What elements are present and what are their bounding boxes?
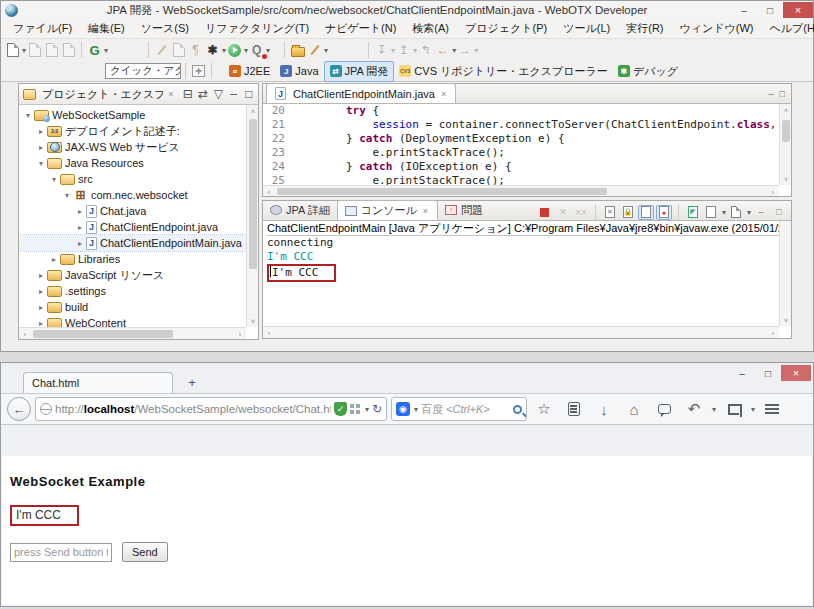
display-console-dropdown[interactable]: ▾ [722,208,726,217]
tree-item[interactable]: ▸JavaScript リソース [19,267,246,283]
console-output[interactable]: ChatClientEndpointMain [Java アプリケーション] C… [263,221,779,326]
tree-item[interactable]: ▸JChatClientEndpoint.java [19,219,246,235]
display-console-icon[interactable] [703,205,719,220]
console-tab-2[interactable]: !問題 [438,200,490,220]
menu-item-8[interactable]: 実行(R) [618,18,671,39]
console-tab-close-icon[interactable]: × [423,206,428,216]
screenshot-crop-icon[interactable] [720,397,746,421]
menu-item-5[interactable]: 検索(A) [404,18,457,39]
remove-launch-icon[interactable]: × [555,205,571,220]
eclipse-titlebar[interactable]: JPA 開発 - WebSocketSample/src/com/nec/web… [1,1,813,19]
tree-twistie-icon[interactable]: ▸ [75,239,85,248]
eclipse-minimize-button[interactable]: – [731,2,757,18]
quick-access-input[interactable]: クイック・アクセス [105,63,181,79]
external-annotation-icon[interactable] [153,42,170,59]
tree-twistie-icon[interactable]: ▸ [75,207,85,216]
url-bar[interactable]: http://localhost/WebSocketSample/websock… [35,397,387,421]
external-tools-button[interactable]: Q [248,42,265,59]
tree-twistie-icon[interactable]: ▸ [36,287,46,296]
show-on-stderr-toggle[interactable]: ● [656,205,672,220]
send-button[interactable]: Send [122,542,168,562]
search-engine-icon[interactable]: ◉ [396,402,410,416]
save-all-button[interactable] [43,42,60,59]
browser-titlebar[interactable]: – □ × Chat.html + [1,363,813,393]
tree-twistie-icon[interactable]: ▸ [36,143,46,152]
bookmark-star-icon[interactable]: ☆ [531,397,557,421]
reload-icon[interactable]: ↻ [372,402,382,416]
tree-item[interactable]: ▸.settings [19,283,246,299]
tree-item[interactable]: ▾⊞com.nec.websocket [19,187,246,203]
collapse-all-icon[interactable]: ⊟ [182,86,194,103]
terminate-button[interactable] [537,205,553,220]
perspective-1[interactable]: JJava [275,63,323,79]
scroll-lock-icon[interactable]: 🔒 [620,205,636,220]
perspective-4[interactable]: ✱デバッグ [613,62,683,81]
pin-console-icon[interactable]: ◤ [685,205,701,220]
new-tab-button[interactable]: + [181,373,203,391]
tree-twistie-icon[interactable]: ▾ [49,175,59,184]
menu-item-7[interactable]: ツール(L) [555,18,618,39]
previous-annotation-button[interactable]: ↥ [395,42,412,59]
perspective-2[interactable]: ⇄JPA 開発 [324,61,395,82]
console-tab-0[interactable]: JPA 詳細 [263,200,337,220]
eclipse-close-button[interactable]: × [783,2,813,18]
run-button[interactable] [226,42,243,59]
tree-twistie-icon[interactable]: ▾ [23,111,33,120]
editor-hscrollbar[interactable]: ‹ › [263,185,779,196]
menu-item-2[interactable]: ソース(S) [133,18,197,39]
new-wizard-button[interactable] [4,42,21,59]
maximize-view-icon[interactable]: □ [243,86,255,103]
chat-bubble-icon[interactable] [651,397,677,421]
explorer-hscrollbar[interactable]: ‹ › [19,327,246,339]
tree-twistie-icon[interactable]: ▾ [62,191,72,200]
addon-icon[interactable] [350,404,361,415]
menu-item-6[interactable]: プロジェクト(P) [457,18,555,39]
tree-twistie-icon[interactable]: ▸ [36,303,46,312]
open-console-dropdown[interactable]: ▾ [747,208,751,217]
open-resource-button[interactable] [289,42,306,59]
console-tab-1[interactable]: コンソール× [337,200,438,220]
tree-twistie-icon[interactable]: ▾ [36,159,46,168]
home-icon[interactable]: ⌂ [621,397,647,421]
tree-twistie-icon[interactable]: ▸ [36,127,46,136]
menu-item-0[interactable]: ファイル(F) [5,18,80,39]
editor-tab[interactable]: J ChatClientEndpointMain.java × [266,83,456,103]
console-hscrollbar[interactable]: ‹ › [263,326,779,338]
search-engine-dropdown[interactable]: ▾ [414,405,418,414]
search-placeholder[interactable]: 百度 <Ctrl+K> [421,402,510,417]
message-input[interactable] [10,543,112,562]
undo-dropdown[interactable]: ▾ [712,405,716,414]
open-console-icon[interactable] [728,205,744,220]
menu-item-1[interactable]: 編集(E) [80,18,133,39]
perspective-0[interactable]: ¤J2EE [224,63,275,79]
tree-item[interactable]: ▸build [19,299,246,315]
explorer-vscrollbar[interactable]: ˄ ˅ [246,105,258,327]
tree-item[interactable]: ▸JChatClientEndpointMain.java [19,235,246,251]
menu-item-3[interactable]: リファクタリング(T) [197,18,317,39]
security-shield-icon[interactable]: ✓ [334,402,347,416]
console-minimize-icon[interactable]: – [753,205,769,220]
url-text[interactable]: http://localhost/WebSocketSample/websock… [55,403,331,415]
bookmarks-list-icon[interactable] [561,397,587,421]
browser-tab[interactable]: Chat.html [23,372,173,393]
browser-close-button[interactable]: × [781,365,811,381]
tree-item[interactable]: ▸WebContent [19,315,246,327]
external-tools-dropdown[interactable]: ▾ [266,46,270,55]
save-button[interactable] [26,42,43,59]
search-wand-button[interactable] [306,42,323,59]
tree-item[interactable]: ▾Java Resources [19,155,246,171]
menu-item-10[interactable]: ヘルプ(H) [762,18,814,39]
editor-maximize-icon[interactable]: □ [780,89,785,99]
eclipse-maximize-button[interactable]: □ [757,2,783,18]
last-edit-location-button[interactable]: ↰ [417,42,434,59]
back-history-button[interactable]: ← [434,42,451,59]
browser-minimize-button[interactable]: – [729,365,755,381]
forward-history-dropdown[interactable]: ▾ [474,46,478,55]
next-annotation-button[interactable]: ↧ [373,42,390,59]
menu-hamburger-icon[interactable] [759,397,785,421]
editor-vscrollbar[interactable]: ˄ ˅ [779,104,791,185]
forward-history-button[interactable]: → [456,42,473,59]
tree-twistie-icon[interactable]: ▸ [75,223,85,232]
webotx-deploy-button[interactable]: G [86,42,103,59]
explorer-close-icon[interactable]: × [168,89,173,99]
